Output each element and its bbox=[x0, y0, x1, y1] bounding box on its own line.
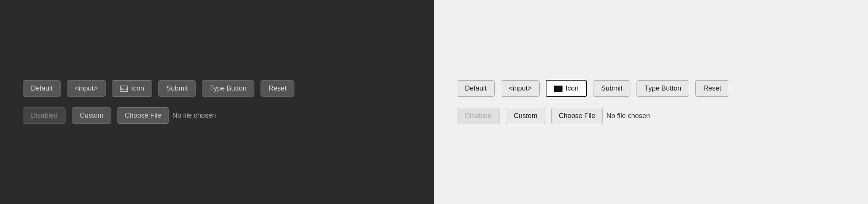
dark-submit-label: Submit bbox=[166, 84, 188, 92]
dark-disabled-label: Disabled bbox=[31, 112, 58, 120]
dark-default-label: Default bbox=[31, 84, 53, 92]
dark-panel: Default <input> Icon Submit Type Button … bbox=[0, 0, 434, 204]
light-input-label: <input> bbox=[509, 84, 532, 92]
light-icon-button[interactable]: Icon bbox=[546, 80, 587, 97]
light-submit-label: Submit bbox=[601, 84, 622, 92]
dark-button-row-1: Default <input> Icon Submit Type Button … bbox=[23, 80, 411, 97]
light-button-row-2: Disabled Custom Choose File No file chos… bbox=[457, 108, 845, 124]
light-choose-file-label: Choose File bbox=[559, 112, 595, 120]
dark-reset-button[interactable]: Reset bbox=[260, 80, 294, 97]
dark-default-button[interactable]: Default bbox=[23, 80, 61, 97]
light-reset-label: Reset bbox=[703, 84, 721, 92]
dark-input-label: <input> bbox=[75, 84, 98, 92]
dark-choose-file-button[interactable]: Choose File bbox=[117, 107, 169, 124]
light-custom-label: Custom bbox=[514, 112, 537, 120]
dark-no-file-label: No file chosen bbox=[172, 112, 216, 120]
dark-type-button[interactable]: Type Button bbox=[202, 80, 254, 97]
light-default-button[interactable]: Default bbox=[457, 80, 495, 97]
dark-submit-button[interactable]: Submit bbox=[158, 80, 196, 97]
dark-icon-label: Icon bbox=[131, 84, 144, 92]
light-button-row-1: Default <input> Icon Submit Type Button … bbox=[457, 80, 845, 97]
light-disabled-button: Disabled bbox=[457, 108, 500, 124]
dark-file-input-area: Choose File No file chosen bbox=[117, 107, 216, 124]
light-disabled-label: Disabled bbox=[465, 112, 492, 120]
dark-icon-button[interactable]: Icon bbox=[112, 80, 152, 97]
light-no-file-label: No file chosen bbox=[606, 112, 650, 120]
dark-disabled-button: Disabled bbox=[23, 107, 66, 124]
dark-type-button-label: Type Button bbox=[210, 84, 246, 92]
light-custom-button[interactable]: Custom bbox=[506, 108, 545, 124]
light-choose-file-button[interactable]: Choose File bbox=[551, 108, 603, 124]
light-file-input-area: Choose File No file chosen bbox=[551, 108, 650, 124]
dark-input-button[interactable]: <input> bbox=[67, 80, 106, 97]
light-panel: Default <input> Icon Submit Type Button … bbox=[434, 0, 868, 204]
dark-custom-button[interactable]: Custom bbox=[72, 107, 111, 124]
dark-button-row-2: Disabled Custom Choose File No file chos… bbox=[23, 107, 411, 124]
light-submit-button[interactable]: Submit bbox=[593, 80, 630, 97]
envelope-icon bbox=[120, 86, 128, 92]
dark-choose-file-label: Choose File bbox=[125, 112, 161, 120]
light-icon-label: Icon bbox=[566, 84, 579, 92]
dark-reset-label: Reset bbox=[268, 84, 286, 92]
light-reset-button[interactable]: Reset bbox=[695, 80, 729, 97]
light-input-button[interactable]: <input> bbox=[501, 80, 540, 97]
square-icon bbox=[554, 86, 563, 92]
light-type-button-label: Type Button bbox=[645, 84, 681, 92]
dark-custom-label: Custom bbox=[80, 112, 103, 120]
light-default-label: Default bbox=[465, 84, 487, 92]
light-type-button[interactable]: Type Button bbox=[637, 80, 689, 97]
